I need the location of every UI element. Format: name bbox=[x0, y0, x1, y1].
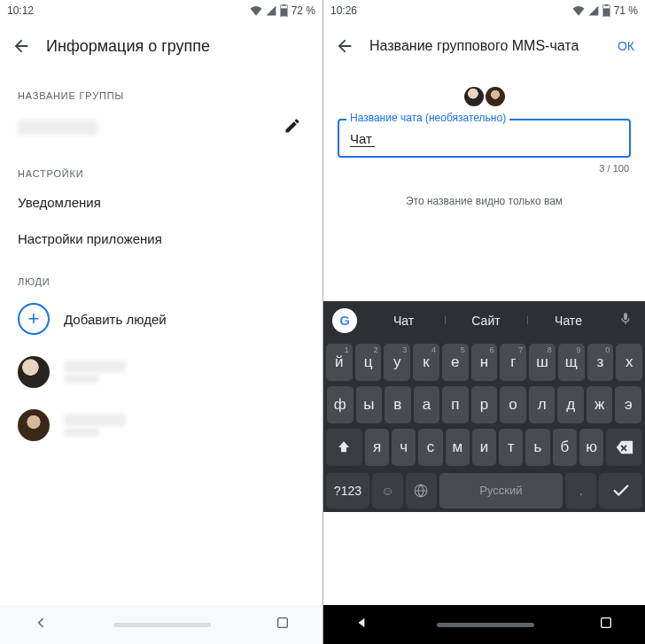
battery-percent: 71 % bbox=[614, 4, 638, 17]
wifi-icon bbox=[572, 5, 585, 16]
key[interactable]: д bbox=[557, 386, 584, 423]
suggestion[interactable]: Чате bbox=[527, 314, 610, 328]
suggestion-bar: G Чат Сайт Чате bbox=[323, 301, 645, 340]
key[interactable]: ы bbox=[356, 386, 383, 423]
key[interactable]: э bbox=[615, 386, 641, 423]
key[interactable]: ь bbox=[525, 429, 549, 466]
suggestion[interactable]: Чат bbox=[362, 314, 445, 328]
back-icon[interactable] bbox=[334, 35, 355, 57]
avatar bbox=[464, 87, 484, 106]
key[interactable]: я bbox=[365, 429, 389, 466]
appbar-title: Название группового MMS-чата bbox=[369, 38, 603, 54]
svg-rect-6 bbox=[603, 8, 610, 16]
char-counter: 3 / 100 bbox=[323, 163, 629, 174]
google-icon[interactable]: G bbox=[332, 308, 357, 333]
key[interactable]: г7 bbox=[500, 344, 526, 381]
key[interactable]: и bbox=[472, 429, 496, 466]
section-label-people: ЛЮДИ bbox=[0, 257, 322, 292]
battery-percent: 72 % bbox=[291, 4, 315, 17]
key[interactable]: й1 bbox=[326, 344, 353, 381]
key[interactable]: з0 bbox=[587, 344, 614, 381]
avatar bbox=[486, 87, 505, 106]
key-space[interactable]: Русский bbox=[439, 473, 563, 508]
key[interactable]: у3 bbox=[384, 344, 410, 381]
chat-name-field[interactable]: Название чата (необязательно) Чат bbox=[338, 119, 631, 158]
nav-home-pill[interactable] bbox=[437, 623, 534, 627]
add-people-row[interactable]: + Добавить людей bbox=[0, 292, 322, 345]
suggestion[interactable]: Сайт bbox=[445, 314, 527, 328]
phone-name-chat: 10:26 71 % Название группового MMS-чата … bbox=[322, 0, 645, 644]
key[interactable]: р bbox=[471, 386, 498, 423]
notifications-label: Уведомления bbox=[18, 195, 305, 210]
status-bar: 10:26 71 % bbox=[323, 0, 645, 21]
person-row[interactable] bbox=[0, 399, 322, 452]
key[interactable]: ц2 bbox=[355, 344, 382, 381]
key-enter[interactable] bbox=[599, 473, 642, 508]
add-icon: + bbox=[18, 303, 50, 335]
key[interactable]: щ9 bbox=[558, 344, 585, 381]
key[interactable]: л bbox=[529, 386, 556, 423]
field-value[interactable]: Чат bbox=[350, 131, 375, 147]
nav-back-icon[interactable] bbox=[356, 615, 372, 634]
keyboard: G Чат Сайт Чате й1ц2у3к4е5н6г7ш8щ9з0х фы… bbox=[323, 301, 645, 512]
key[interactable]: ф bbox=[327, 386, 354, 423]
app-settings-label: Настройки приложения bbox=[18, 231, 305, 246]
key[interactable]: с bbox=[418, 429, 442, 466]
key[interactable]: е5 bbox=[442, 344, 469, 381]
key-row-3: ячсмитьбю bbox=[326, 429, 642, 466]
ok-button[interactable]: ОК bbox=[618, 39, 634, 53]
svg-rect-5 bbox=[604, 4, 608, 6]
battery-icon bbox=[602, 4, 610, 17]
key[interactable]: х bbox=[616, 344, 642, 381]
nav-recents-icon[interactable] bbox=[599, 616, 613, 633]
group-name-row[interactable] bbox=[0, 106, 322, 149]
key[interactable]: ш8 bbox=[529, 344, 556, 381]
status-time: 10:26 bbox=[330, 4, 357, 17]
key[interactable]: ю bbox=[579, 429, 603, 466]
signal-icon bbox=[588, 5, 599, 16]
nav-recents-icon[interactable] bbox=[276, 616, 290, 633]
nav-bar bbox=[0, 605, 322, 644]
key[interactable]: к4 bbox=[413, 344, 439, 381]
wifi-icon bbox=[250, 5, 262, 16]
add-people-label: Добавить людей bbox=[64, 312, 305, 327]
key-emoji[interactable]: ☺ bbox=[372, 473, 403, 508]
key[interactable]: в bbox=[385, 386, 411, 423]
key[interactable]: ч bbox=[392, 429, 416, 466]
signal-icon bbox=[266, 5, 276, 16]
field-label: Название чата (необязательно) bbox=[346, 112, 509, 124]
person-name-blurred bbox=[64, 412, 126, 438]
battery-icon bbox=[280, 4, 288, 17]
mic-icon[interactable] bbox=[610, 312, 641, 330]
key[interactable]: т bbox=[499, 429, 523, 466]
key[interactable]: п bbox=[442, 386, 469, 423]
nav-home-pill[interactable] bbox=[113, 623, 211, 627]
edit-icon[interactable] bbox=[284, 117, 305, 138]
key[interactable]: м bbox=[446, 429, 470, 466]
key-symbols[interactable]: ?123 bbox=[326, 473, 369, 508]
key-row-1: й1ц2у3к4е5н6г7ш8щ9з0х bbox=[326, 344, 642, 381]
back-icon[interactable] bbox=[11, 35, 32, 57]
settings-notifications[interactable]: Уведомления bbox=[0, 184, 322, 221]
nav-back-icon[interactable] bbox=[33, 615, 49, 634]
group-name-value-blurred bbox=[18, 120, 97, 136]
visibility-hint: Это название видно только вам bbox=[323, 195, 645, 207]
key-shift[interactable] bbox=[326, 429, 362, 466]
status-bar: 10:12 72 % bbox=[0, 0, 322, 21]
avatar bbox=[18, 356, 50, 388]
key-language[interactable] bbox=[406, 473, 437, 508]
key-row-2: фывапролджэ bbox=[326, 386, 642, 423]
person-name-blurred bbox=[64, 359, 126, 385]
key[interactable]: н6 bbox=[471, 344, 498, 381]
key[interactable]: а bbox=[414, 386, 440, 423]
key[interactable]: ж bbox=[587, 386, 613, 423]
settings-app[interactable]: Настройки приложения bbox=[0, 221, 322, 257]
key-row-bottom: ?123 ☺ Русский . bbox=[323, 473, 645, 512]
key[interactable]: б bbox=[553, 429, 577, 466]
key[interactable]: о bbox=[500, 386, 526, 423]
person-row[interactable] bbox=[0, 345, 322, 399]
svg-rect-2 bbox=[281, 8, 287, 16]
appbar-title: Информация о группе bbox=[46, 37, 312, 56]
key-period[interactable]: . bbox=[565, 473, 596, 508]
key-backspace[interactable] bbox=[606, 429, 642, 466]
